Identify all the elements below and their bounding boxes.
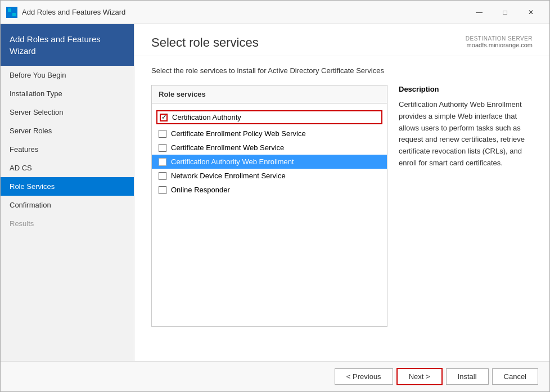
sidebar-item-ad-cs[interactable]: AD CS <box>1 159 134 177</box>
checkbox-cert-authority[interactable] <box>160 114 168 121</box>
sidebar-item-role-services[interactable]: Role Services <box>1 177 134 196</box>
sidebar-item-before-you-begin[interactable]: Before You Begin <box>1 66 134 84</box>
footer: < Previous Next > Install Cancel <box>1 361 549 391</box>
role-item-online-responder[interactable]: Online Responder <box>152 183 387 197</box>
sidebar-item-installation-type[interactable]: Installation Type <box>1 84 134 103</box>
role-item-cert-enrollment-web[interactable]: Certificate Enrollment Web Service <box>152 141 387 155</box>
description-text: Certification Authority Web Enrollment p… <box>399 99 533 169</box>
sidebar-item-results: Results <box>1 214 134 233</box>
svg-rect-1 <box>12 8 16 12</box>
sidebar-item-features[interactable]: Features <box>1 140 134 159</box>
checkbox-cert-authority-web[interactable] <box>159 158 166 166</box>
window-title: Add Roles and Features Wizard <box>22 8 466 16</box>
role-label-cert-authority: Certification Authority <box>172 113 241 121</box>
svg-rect-3 <box>12 13 16 16</box>
role-services-panel: Role services Certification Authority Ce… <box>151 85 387 327</box>
role-services-container: Role services Certification Authority Ce… <box>151 85 533 327</box>
next-button[interactable]: Next > <box>396 368 443 385</box>
role-label-network-device: Network Device Enrollment Service <box>171 172 286 180</box>
panel-header-role-services: Role services <box>152 85 387 103</box>
main-window: Add Roles and Features Wizard — □ ✕ Add … <box>0 0 550 392</box>
role-label-online-responder: Online Responder <box>171 186 230 194</box>
svg-rect-2 <box>8 13 11 16</box>
description-header: Description <box>399 85 533 93</box>
close-button[interactable]: ✕ <box>518 4 544 21</box>
install-button[interactable]: Install <box>446 368 489 385</box>
window-controls: — □ ✕ <box>466 4 544 21</box>
page-subtitle: Select the role services to install for … <box>151 66 533 75</box>
checkbox-cert-enrollment-policy[interactable] <box>159 130 166 138</box>
checkbox-online-responder[interactable] <box>159 186 166 194</box>
checkbox-cert-enrollment-web[interactable] <box>159 144 166 152</box>
sidebar: Add Roles and Features Wizard Before You… <box>1 24 134 361</box>
sidebar-title: Add Roles and Features Wizard <box>1 24 134 66</box>
role-item-network-device[interactable]: Network Device Enrollment Service <box>152 169 387 183</box>
maximize-button[interactable]: □ <box>492 4 518 21</box>
main-content: Select role services DESTINATION SERVER … <box>134 24 549 361</box>
sidebar-items: Before You Begin Installation Type Serve… <box>1 66 134 361</box>
page-title: Select role services <box>151 35 259 50</box>
role-item-cert-authority-web[interactable]: Certification Authority Web Enrollment <box>152 155 387 169</box>
panel-body-role-services: Certification Authority Certificate Enro… <box>152 103 387 201</box>
sidebar-item-server-roles[interactable]: Server Roles <box>1 121 134 140</box>
sidebar-item-confirmation[interactable]: Confirmation <box>1 196 134 214</box>
main-body: Select the role services to install for … <box>134 56 549 361</box>
role-label-cert-authority-web: Certification Authority Web Enrollment <box>171 157 294 166</box>
previous-button[interactable]: < Previous <box>335 368 393 385</box>
minimize-button[interactable]: — <box>466 4 492 21</box>
app-icon <box>6 7 17 18</box>
destination-server-name: moadfs.miniorange.com <box>466 42 533 48</box>
title-bar: Add Roles and Features Wizard — □ ✕ <box>1 1 549 24</box>
role-label-cert-enrollment-policy: Certificate Enrollment Policy Web Servic… <box>171 129 306 138</box>
checkbox-network-device[interactable] <box>159 172 166 180</box>
role-label-cert-enrollment-web: Certificate Enrollment Web Service <box>171 143 284 152</box>
role-item-cert-authority[interactable]: Certification Authority <box>156 110 382 124</box>
destination-server-info: DESTINATION SERVER moadfs.miniorange.com <box>466 35 533 48</box>
main-header: Select role services DESTINATION SERVER … <box>134 24 549 56</box>
role-item-cert-enrollment-policy[interactable]: Certificate Enrollment Policy Web Servic… <box>152 127 387 141</box>
svg-rect-0 <box>8 8 11 12</box>
destination-server-label: DESTINATION SERVER <box>466 35 533 42</box>
content-area: Add Roles and Features Wizard Before You… <box>1 24 549 361</box>
description-panel: Description Certification Authority Web … <box>399 85 533 327</box>
cancel-button[interactable]: Cancel <box>492 368 538 385</box>
sidebar-item-server-selection[interactable]: Server Selection <box>1 103 134 121</box>
